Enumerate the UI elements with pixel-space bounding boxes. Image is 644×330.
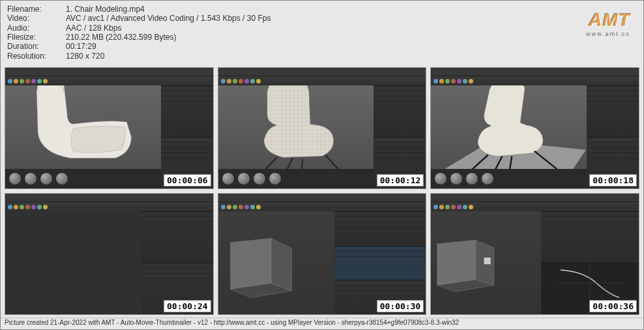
tool-icon xyxy=(445,205,450,209)
tool-icon xyxy=(244,79,249,83)
viewport xyxy=(218,211,335,314)
svg-marker-13 xyxy=(437,240,476,285)
tool-icon xyxy=(457,79,461,83)
tool-icon xyxy=(14,79,18,83)
viewport xyxy=(5,85,161,188)
tool-icon xyxy=(433,79,438,83)
material-palette xyxy=(218,169,374,188)
material-sphere-icon xyxy=(55,172,68,185)
material-sphere-icon xyxy=(8,172,22,185)
tool-icon xyxy=(451,79,456,83)
thumbnail-3: 00:00:18 xyxy=(430,67,639,189)
timecode: 00:00:18 xyxy=(589,174,637,187)
timecode: 00:00:30 xyxy=(377,300,424,312)
tool-icon xyxy=(239,205,243,209)
viewport xyxy=(431,211,541,314)
tool-icon xyxy=(20,205,24,209)
tool-icon xyxy=(14,205,18,209)
tool-icon xyxy=(256,79,261,83)
app-toolbar xyxy=(431,202,639,211)
material-palette xyxy=(431,169,587,188)
material-sphere-icon xyxy=(222,172,235,185)
tool-icon xyxy=(469,205,473,209)
thumbnail-5: 00:00:30 xyxy=(218,193,427,315)
tool-icon xyxy=(457,205,461,209)
svg-marker-11 xyxy=(271,238,291,290)
label-filesize: Filesize: xyxy=(7,33,66,42)
material-sphere-icon xyxy=(269,172,282,185)
app-toolbar xyxy=(218,76,426,85)
label-video: Video: xyxy=(7,14,66,23)
tool-icon xyxy=(227,79,231,83)
value-filesize: 210.22 MB (220.432.599 Bytes) xyxy=(66,33,271,42)
tool-icon xyxy=(239,79,243,83)
value-filename: 1. Chair Modeling.mp4 xyxy=(66,5,271,14)
material-sphere-icon xyxy=(434,172,447,185)
thumbnail-6: 00:00:36 xyxy=(430,193,639,315)
value-video: AVC / avc1 / Advanced Video Coding / 1.5… xyxy=(66,14,271,23)
thumbnail-4: 00:00:24 xyxy=(5,193,214,315)
app-titlebar xyxy=(218,68,426,76)
tool-icon xyxy=(463,79,467,83)
material-palette xyxy=(5,169,161,188)
label-audio: Audio: xyxy=(7,23,66,33)
thumbnail-2: 00:00:12 xyxy=(218,67,427,189)
tool-icon xyxy=(221,79,226,83)
app-toolbar xyxy=(5,76,213,85)
tool-icon xyxy=(439,205,444,209)
properties-panel xyxy=(334,211,426,314)
material-sphere-icon xyxy=(481,172,494,185)
tool-icon xyxy=(8,205,12,209)
tool-icon xyxy=(25,79,30,83)
thumbnail-1: 00:00:06 xyxy=(5,67,214,189)
app-toolbar xyxy=(431,76,639,85)
logo-text: AMT xyxy=(586,10,630,31)
material-sphere-icon xyxy=(450,172,463,185)
viewport xyxy=(431,85,587,188)
svg-rect-16 xyxy=(484,258,491,264)
viewport xyxy=(218,85,374,188)
timecode: 00:00:24 xyxy=(164,300,211,312)
svg-marker-10 xyxy=(230,238,271,289)
tool-icon xyxy=(31,79,36,83)
tool-icon xyxy=(43,205,48,209)
tool-icon xyxy=(221,205,226,209)
logo-url: www.amt.cc xyxy=(586,31,630,37)
tool-icon xyxy=(244,205,249,209)
app-titlebar xyxy=(5,68,213,76)
material-sphere-icon xyxy=(24,172,37,185)
tool-icon xyxy=(37,205,42,209)
thumbnail-grid: 00:00:06 xyxy=(1,65,643,318)
tool-icon xyxy=(463,205,467,209)
tool-icon xyxy=(8,79,12,83)
viewport-empty xyxy=(5,211,141,314)
tool-icon xyxy=(250,79,255,83)
tool-icon xyxy=(43,79,48,83)
properties-panel xyxy=(141,211,213,314)
footer-credit: Picture created 21-Apr-2022 with AMT - A… xyxy=(1,318,643,327)
tool-icon xyxy=(256,205,261,209)
timecode: 00:00:36 xyxy=(589,300,637,312)
value-audio: AAC / 128 Kbps xyxy=(66,23,271,33)
tool-icon xyxy=(451,205,456,209)
logo: AMT www.amt.cc xyxy=(586,5,637,61)
label-resolution: Resolution: xyxy=(7,52,66,61)
app-titlebar xyxy=(431,68,639,76)
thumbnailer-sheet: Filename:1. Chair Modeling.mp4 Video:AVC… xyxy=(0,0,644,330)
tool-icon xyxy=(433,205,438,209)
tool-icon xyxy=(20,79,24,83)
material-sphere-icon xyxy=(237,172,250,185)
tool-icon xyxy=(250,205,255,209)
tool-icon xyxy=(25,205,30,209)
app-toolbar xyxy=(5,202,213,211)
tool-icon xyxy=(233,205,237,209)
tool-icon xyxy=(439,79,444,83)
timecode: 00:00:06 xyxy=(164,174,211,187)
value-duration: 00:17:29 xyxy=(66,42,271,51)
header: Filename:1. Chair Modeling.mp4 Video:AVC… xyxy=(1,1,643,65)
app-toolbar xyxy=(218,202,426,211)
tool-icon xyxy=(31,205,36,209)
tool-icon xyxy=(227,205,231,209)
label-duration: Duration: xyxy=(7,42,66,51)
material-sphere-icon xyxy=(465,172,478,185)
